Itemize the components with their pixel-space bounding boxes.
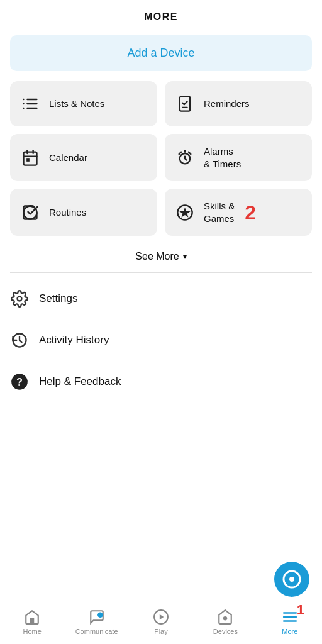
question-icon: ?	[10, 372, 29, 391]
gear-icon	[10, 289, 29, 308]
play-icon	[153, 609, 169, 625]
grid-item-alarms-timers[interactable]: Alarms& Timers	[165, 134, 312, 181]
routine-icon	[19, 201, 42, 224]
svg-rect-8	[24, 152, 37, 165]
help-feedback-item[interactable]: ? Help & Feedback	[10, 361, 312, 402]
svg-marker-19	[179, 207, 191, 217]
bottom-navigation: Home Communicate Play Devices	[0, 599, 322, 644]
add-device-button[interactable]: Add a Device	[10, 35, 312, 71]
svg-line-14	[179, 152, 182, 154]
svg-point-20	[18, 297, 22, 301]
more-nav-badge: 1	[297, 603, 304, 617]
see-more-button[interactable]: See More ▾	[0, 241, 322, 272]
activity-history-item[interactable]: Activity History	[10, 319, 312, 361]
nav-more[interactable]: 1 More	[258, 599, 322, 644]
home-icon	[24, 609, 40, 625]
communicate-nav-label: Communicate	[75, 628, 118, 635]
skills-icon	[174, 201, 196, 224]
clock-icon	[10, 331, 29, 350]
alarms-timers-label: Alarms& Timers	[204, 145, 241, 170]
svg-text:?: ?	[16, 376, 23, 387]
svg-point-30	[223, 616, 228, 620]
nav-devices[interactable]: Devices	[193, 599, 257, 644]
settings-label: Settings	[39, 292, 77, 305]
devices-icon	[217, 609, 233, 625]
svg-point-25	[289, 577, 294, 582]
svg-point-27	[97, 612, 103, 618]
header: MORE	[0, 0, 322, 30]
nav-communicate[interactable]: Communicate	[64, 599, 128, 644]
devices-nav-label: Devices	[213, 628, 238, 635]
help-feedback-label: Help & Feedback	[39, 375, 121, 388]
grid-item-lists-notes[interactable]: Lists & Notes	[10, 81, 157, 126]
nav-play[interactable]: Play	[129, 599, 193, 644]
skills-games-badge: 2	[245, 203, 256, 223]
page-title: MORE	[144, 11, 178, 22]
play-nav-label: Play	[154, 628, 167, 635]
list-icon	[19, 92, 42, 115]
calendar-icon	[19, 147, 42, 169]
grid-item-routines[interactable]: Routines	[10, 189, 157, 236]
more-nav-label: More	[282, 628, 297, 635]
nav-home[interactable]: Home	[0, 599, 64, 644]
grid-item-reminders[interactable]: Reminders	[165, 81, 312, 126]
see-more-label: See More	[135, 251, 179, 262]
chevron-down-icon: ▾	[183, 252, 187, 261]
settings-item[interactable]: Settings	[10, 278, 312, 319]
lists-notes-label: Lists & Notes	[49, 97, 104, 110]
activity-history-label: Activity History	[39, 334, 109, 347]
svg-line-15	[189, 152, 191, 154]
more-icon	[282, 609, 298, 625]
alexa-fab-button[interactable]	[274, 562, 309, 597]
grid-item-skills-games[interactable]: Skills &Games 2	[165, 189, 312, 236]
alarm-icon	[174, 147, 196, 169]
routines-label: Routines	[49, 206, 86, 219]
svg-rect-12	[26, 158, 30, 162]
svg-rect-26	[30, 618, 35, 624]
grid-item-calendar[interactable]: Calendar	[10, 134, 157, 181]
calendar-label: Calendar	[49, 152, 87, 164]
communicate-icon	[89, 609, 105, 625]
reminders-label: Reminders	[204, 97, 250, 110]
svg-marker-29	[160, 614, 164, 619]
menu-list: Settings Activity History ? Help & Feedb…	[0, 273, 322, 408]
home-nav-label: Home	[23, 628, 42, 635]
skills-games-label: Skills &Games	[204, 200, 235, 225]
reminder-icon	[174, 92, 196, 115]
feature-grid: Lists & Notes Reminders Calendar	[0, 81, 322, 236]
